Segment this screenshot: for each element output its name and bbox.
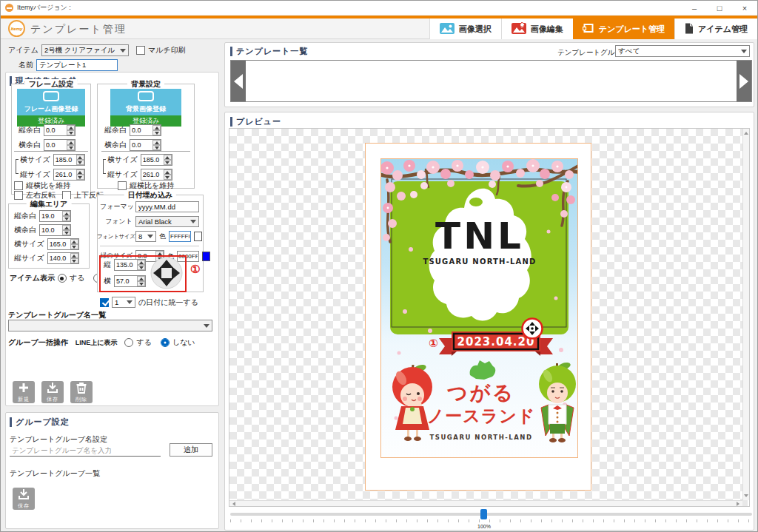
frame-w-spinner[interactable] (53, 154, 85, 166)
item-select-value: 2号機 クリアファイル (44, 46, 115, 55)
bg-vmargin-spinner[interactable] (130, 124, 161, 136)
line-display-off-radio[interactable] (161, 338, 170, 347)
spinner-arrows[interactable] (164, 155, 172, 165)
annotation-1: ① (190, 263, 200, 276)
tab-image-select[interactable]: 画像選択 (429, 18, 501, 39)
frame-h-input[interactable] (54, 169, 76, 180)
frame-hmargin-input[interactable] (44, 140, 67, 150)
group-name-input[interactable] (10, 445, 161, 457)
bulk-operation-row: グループ一括操作 LINE上に表示 する しない (8, 337, 195, 348)
edit-hmargin-spinner[interactable] (39, 224, 71, 236)
frame-w-input[interactable] (54, 155, 76, 165)
font-label: フォント (100, 217, 133, 226)
date-h-input[interactable] (115, 276, 137, 286)
group-name-list-label: テンプレートグループ名一覧 (8, 310, 106, 320)
save-icon (18, 488, 30, 503)
edge-color-swatch[interactable] (202, 252, 210, 261)
group-name-list-select[interactable] (8, 320, 212, 331)
date-v-spinner[interactable] (114, 259, 146, 271)
spinner-arrows[interactable] (76, 155, 84, 165)
group-save-button[interactable]: 保存 (13, 488, 35, 510)
spinner-arrows[interactable] (70, 253, 78, 263)
bg-h-input[interactable] (141, 169, 164, 180)
add-group-button[interactable]: 追加 (170, 443, 212, 457)
unify-date-select[interactable]: 1 (112, 297, 135, 308)
frame-image-register-button[interactable]: フレーム画像登録 登録済み (17, 89, 85, 127)
maximize-button[interactable]: □ (707, 1, 732, 16)
edit-h-spinner[interactable] (47, 252, 79, 264)
close-button[interactable]: × (732, 1, 757, 16)
multi-print-checkbox[interactable] (136, 46, 145, 55)
zoom-slider-track[interactable] (230, 513, 752, 516)
edit-w-input[interactable] (48, 239, 70, 249)
edit-w-spinner[interactable] (47, 238, 79, 250)
spinner-arrows[interactable] (62, 225, 70, 235)
window-title: Itemyバージョン : (17, 3, 71, 13)
item-display-on-radio[interactable] (58, 274, 67, 283)
unify-date-checkbox[interactable] (100, 298, 109, 307)
item-select[interactable]: 2号機 クリアファイル (41, 44, 129, 56)
save-button[interactable]: 保存 (41, 381, 64, 403)
tab-image-edit[interactable]: 画像編集 (501, 18, 573, 39)
tab-template-manage[interactable]: テンプレート管理 (573, 18, 674, 39)
date-h-spinner[interactable] (114, 275, 146, 287)
name-row: 名前 (19, 59, 118, 71)
date-move-dpad[interactable] (150, 256, 184, 293)
edit-hmargin-input[interactable] (40, 225, 62, 235)
flip-h-checkbox[interactable] (14, 191, 23, 200)
frame-vmargin-spinner[interactable] (44, 124, 76, 136)
bg-w-spinner[interactable] (141, 154, 172, 166)
tab-item-manage[interactable]: アイテム管理 (674, 18, 757, 39)
chevron-down-icon (741, 50, 747, 53)
spinner-arrows[interactable] (152, 125, 161, 135)
spinner-arrows[interactable] (70, 239, 78, 249)
edit-vmargin-spinner[interactable] (39, 210, 71, 222)
bg-keep-ratio-row: 縦横比を維持 (118, 181, 174, 191)
bg-keep-ratio-checkbox[interactable] (118, 181, 127, 190)
frame-h-spinner[interactable] (53, 169, 85, 181)
vertical-scrollbar[interactable] (742, 129, 749, 500)
bg-w-input[interactable] (141, 155, 164, 165)
date-v-input[interactable] (115, 260, 137, 270)
font-color-input[interactable] (169, 231, 191, 242)
bg-hmargin-input[interactable] (130, 140, 152, 150)
frame-hmargin-spinner[interactable] (44, 139, 76, 151)
template-name-input[interactable] (36, 59, 118, 71)
minimize-button[interactable]: – (682, 1, 707, 16)
bg-hmargin-spinner[interactable] (130, 139, 161, 151)
date-format-input[interactable] (135, 201, 199, 212)
font-size-select[interactable]: 8 (135, 231, 156, 242)
new-button[interactable]: 新規 (13, 381, 35, 403)
spinner-arrows[interactable] (137, 260, 145, 270)
tab-label: 画像選択 (459, 24, 492, 35)
date-font-select[interactable]: Arial Black (135, 216, 199, 227)
bg-image-register-button[interactable]: 背景画像登録 登録済み (110, 89, 181, 127)
frame-vmargin-input[interactable] (44, 125, 67, 135)
edit-h-input[interactable] (48, 253, 70, 263)
spinner-arrows[interactable] (152, 140, 161, 150)
line-display-on-radio[interactable] (124, 338, 133, 347)
edit-vmargin-input[interactable] (40, 211, 62, 221)
spinner-arrows[interactable] (76, 169, 84, 180)
frame-keep-ratio-checkbox[interactable] (14, 181, 23, 190)
frame-h-row: 縦サイズ (20, 169, 85, 181)
font-size-value: 8 (138, 232, 142, 240)
spinner-arrows[interactable] (137, 276, 145, 286)
horizontal-scrollbar[interactable] (229, 500, 742, 506)
zoom-slider-thumb[interactable] (480, 509, 487, 519)
font-color-swatch[interactable] (194, 232, 202, 241)
carousel-prev-button[interactable] (231, 61, 246, 101)
carousel-next-button[interactable] (737, 61, 751, 101)
template-group-select[interactable]: すべて (615, 45, 750, 57)
font-value: Arial Black (138, 218, 172, 226)
spinner-arrows[interactable] (164, 169, 172, 180)
carousel-track[interactable] (246, 61, 737, 101)
spinner-arrows[interactable] (62, 211, 70, 221)
spinner-arrows[interactable] (67, 125, 75, 135)
bg-vmargin-input[interactable] (130, 125, 152, 135)
move-cursor-annotation (523, 319, 543, 339)
spinner-arrows[interactable] (67, 140, 75, 150)
delete-button[interactable]: 削除 (70, 381, 93, 403)
bg-h-spinner[interactable] (141, 169, 172, 181)
template-list-title: テンプレート一覧 (236, 46, 308, 57)
